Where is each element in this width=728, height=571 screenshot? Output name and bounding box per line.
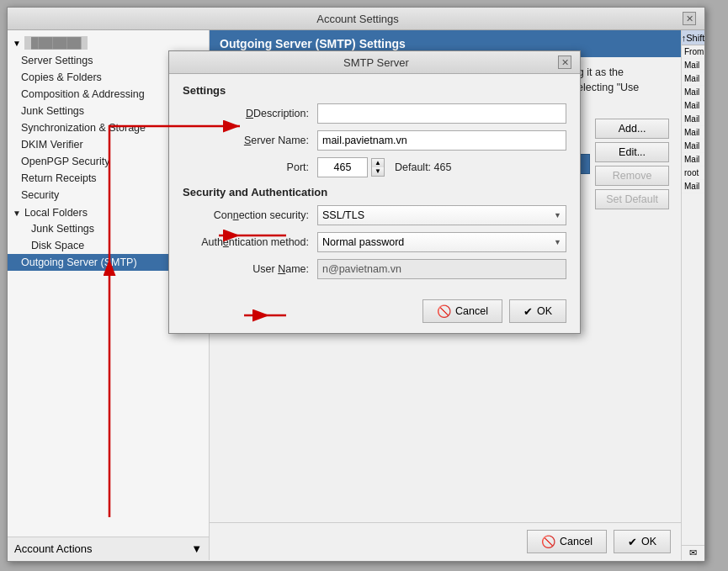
- port-down-button[interactable]: ▼: [372, 167, 384, 176]
- auth-method-select[interactable]: Normal password Encrypted password Kerbe…: [317, 232, 566, 252]
- local-folders-label: Local Folders: [24, 207, 88, 219]
- auth-method-wrapper: Normal password Encrypted password Kerbe…: [317, 232, 566, 252]
- connection-security-wrapper: None STARTTLS SSL/TLS: [317, 205, 566, 225]
- port-spinner: ▲ ▼: [371, 158, 385, 177]
- sidebar-account-header[interactable]: ▼ ███████: [8, 34, 209, 52]
- port-label: Port:: [183, 161, 317, 173]
- auth-method-row: Authentication method: Normal password E…: [183, 232, 566, 252]
- dialog-cancel-icon: 🚫: [437, 304, 451, 318]
- mail-3: Mail: [682, 86, 704, 99]
- bottom-buttons: 🚫 Cancel ✔ OK: [210, 522, 681, 560]
- title-bar: Account Settings ✕: [8, 8, 704, 30]
- server-name-label: Server Name:: [183, 135, 317, 146]
- set-default-button[interactable]: Set Default: [595, 189, 669, 209]
- mail-8: Mail: [682, 153, 704, 167]
- sidebar-label: Copies & Folders: [21, 71, 102, 83]
- sidebar-label: Security: [21, 189, 59, 201]
- side-buttons: Add... Edit... Remove Set Default: [595, 119, 669, 209]
- remove-button[interactable]: Remove: [595, 166, 669, 186]
- smtp-dialog: SMTP Server ✕ Settings DDescription: Ser…: [168, 50, 581, 334]
- arrow-icon: ▼: [13, 209, 21, 218]
- sidebar-label: Outgoing Server (SMTP): [21, 256, 137, 268]
- window-title: Account Settings: [33, 13, 683, 25]
- cancel-icon: 🚫: [541, 535, 555, 548]
- mail-5: Mail: [682, 113, 704, 126]
- dialog-body: Settings DDescription: Server Name: Port…: [169, 74, 580, 333]
- dialog-bottom-buttons: 🚫 Cancel ✔ OK: [183, 291, 566, 323]
- ok-icon: ✔: [628, 536, 637, 548]
- default-port-label: Default: 465: [395, 161, 451, 173]
- add-button[interactable]: Add...: [595, 119, 669, 139]
- dialog-ok-button[interactable]: ✔ OK: [509, 299, 566, 323]
- port-up-button[interactable]: ▲: [372, 159, 384, 167]
- connection-security-row: Connection security: None STARTTLS SSL/T…: [183, 205, 566, 225]
- root-item: root: [682, 167, 704, 180]
- mail-1: Mail: [682, 59, 704, 72]
- description-row: DDescription:: [183, 103, 566, 124]
- server-name-input[interactable]: [317, 130, 566, 151]
- sidebar-label: DKIM Verifier: [21, 139, 83, 151]
- connection-security-select[interactable]: None STARTTLS SSL/TLS: [317, 205, 566, 225]
- port-row: Port: ▲ ▼ Default: 465: [183, 157, 566, 177]
- settings-section-label: Settings: [183, 84, 566, 97]
- port-input[interactable]: [317, 157, 368, 177]
- connection-security-label: Connection security:: [183, 209, 317, 221]
- cancel-label: Cancel: [560, 536, 592, 547]
- arrow-icon: ▼: [13, 39, 21, 48]
- description-input[interactable]: [317, 103, 566, 124]
- main-cancel-button[interactable]: 🚫 Cancel: [527, 530, 607, 553]
- mail-9: Mail: [682, 180, 704, 193]
- username-input[interactable]: [317, 259, 566, 279]
- shift-label: ↑Shift: [682, 30, 704, 45]
- sidebar-label: Disk Space: [31, 240, 84, 251]
- ok-label: OK: [641, 536, 656, 547]
- mail-6: Mail: [682, 126, 704, 140]
- mail-7: Mail: [682, 140, 704, 153]
- dialog-title-bar: SMTP Server ✕: [169, 51, 580, 74]
- sidebar-label: Junk Settings: [31, 223, 94, 235]
- account-actions-label: Account Actions: [14, 542, 93, 555]
- dialog-title: SMTP Server: [194, 56, 558, 69]
- chevron-down-icon: ▼: [191, 542, 202, 555]
- mail-2: Mail: [682, 72, 704, 86]
- envelope-icon: ✉: [682, 545, 704, 560]
- dialog-cancel-button[interactable]: 🚫 Cancel: [422, 299, 502, 323]
- dialog-ok-label: OK: [537, 305, 552, 317]
- sidebar-label: Junk Settings: [21, 105, 84, 117]
- sidebar-label: Synchronization & Storage: [21, 122, 146, 134]
- sidebar-label: Return Receipts: [21, 172, 97, 184]
- description-label: DDescription:: [183, 108, 317, 119]
- sidebar-label: OpenPGP Security: [21, 156, 109, 167]
- email-strip: ↑Shift From Mail Mail Mail Mail Mail Mai…: [681, 30, 704, 560]
- window-close-button[interactable]: ✕: [683, 12, 696, 25]
- edit-button[interactable]: Edit...: [595, 142, 669, 162]
- smtp-panel-title: Outgoing Server (SMTP) Settings: [220, 37, 406, 50]
- account-label: ███████: [24, 36, 88, 50]
- account-actions-bar[interactable]: Account Actions ▼: [8, 537, 209, 560]
- main-ok-button[interactable]: ✔ OK: [614, 530, 671, 553]
- auth-method-label: Authentication method:: [183, 236, 317, 248]
- sidebar-label: Server Settings: [21, 55, 93, 66]
- username-label: User Name:: [183, 263, 317, 275]
- sidebar-label: Composition & Addressing: [21, 88, 145, 100]
- from-header: From: [682, 45, 704, 59]
- username-row: User Name:: [183, 259, 566, 279]
- mail-4: Mail: [682, 99, 704, 113]
- port-spinner-group: ▲ ▼ Default: 465: [317, 157, 451, 177]
- security-section-label: Security and Authentication: [183, 186, 566, 198]
- dialog-close-button[interactable]: ✕: [558, 56, 571, 69]
- dialog-cancel-label: Cancel: [455, 305, 488, 317]
- server-name-row: Server Name:: [183, 130, 566, 151]
- dialog-ok-icon: ✔: [523, 305, 533, 318]
